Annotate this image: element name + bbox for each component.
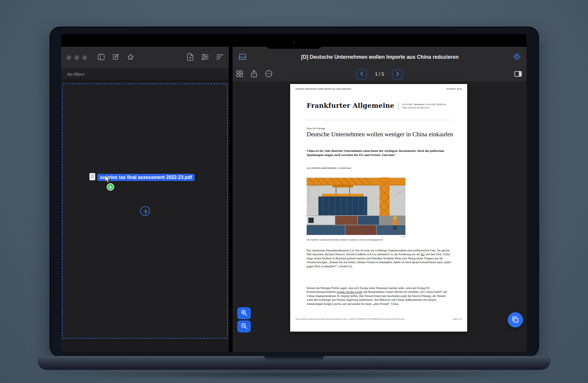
laptop-screen: No filters salaries tax final assessment… [61,34,527,352]
close-window-button[interactable] [66,55,71,60]
zoom-in-button[interactable] [237,307,251,319]
previous-page-icon [360,71,364,77]
zoom-out-button[interactable] [237,320,251,332]
pdf-file-icon [89,173,95,182]
article-date: 30.03.2022 - Aktualisiert: 31.03.2022, 0… [402,103,446,106]
article-photo [307,177,405,235]
container-port-illustration [307,177,405,235]
panel-divider [229,34,233,352]
settings-sync-button[interactable] [513,53,521,61]
next-page-button[interactable] [392,69,403,80]
page-indicator: 1 / 5 [373,72,386,77]
filter-sliders-icon [201,54,209,61]
masthead-rule [307,120,451,120]
viewer-toolbar: [D] Deutsche Unternehmen wollen Importe … [233,47,527,82]
add-file-button[interactable] [140,206,150,216]
masthead: Frankfurter Allgemeine 30.03.2022 - Aktu… [307,102,446,110]
sort-button[interactable] [216,54,223,61]
article-byline: Von HENDRIK ANKENBRAND, SCHANGHAI [307,167,351,169]
pdf-page[interactable]: Deutsche Unternehmen wollen Importe aus … [290,84,467,332]
laptop-frame: No filters salaries tax final assessment… [49,26,539,357]
desktop-background: No filters salaries tax final assessment… [0,0,588,383]
pdf-viewer-panel: [D] Deutsche Unternehmen wollen Importe … [233,47,527,352]
star-icon [127,53,134,61]
filters-bar: No filters [61,68,229,80]
article-paragraph-1: Die chinesische Fernsehmoderatorin Liu X… [307,248,451,268]
print-footer-url: https://www.faz.net/aktuell/wirtschaft/u… [295,318,405,320]
copy-pages-button[interactable] [508,312,523,327]
viewer-tools-group [236,67,273,81]
sort-lines-icon [216,54,223,61]
window-controls [66,55,87,60]
sidebar-toggle-icon [98,54,105,61]
favorites-button[interactable] [127,53,134,61]
zoom-window-button[interactable] [82,55,87,60]
zoom-controls [237,307,251,332]
masthead-divider [398,102,398,110]
archive-tray-button[interactable] [238,53,247,61]
share-icon [251,70,257,78]
zoom-out-icon [241,323,247,330]
article-kicker: Neue Ifo-Umfrage [307,127,325,130]
thumbnails-grid-icon [236,70,243,78]
right-sidebar-toggle-icon [514,71,522,78]
newspaper-logo: Frankfurter Allgemeine [307,102,394,109]
article-meta: 30.03.2022 - Aktualisiert: 31.03.2022, 0… [402,102,446,109]
right-sidebar-toggle-button[interactable] [514,71,522,78]
laptop-shadow [74,369,514,379]
add-document-icon [187,53,193,62]
pointer-cursor-icon [104,175,111,185]
article-paragraph-2: Kenner der Pekinger Politik sagen, dass … [307,286,451,306]
photo-credit: © dpa [307,236,405,238]
article-lede: China ist für viele deutsche Unternehmen… [307,149,448,157]
zoom-in-icon [241,310,247,317]
page-navigation: 1 / 5 [356,69,403,80]
share-button[interactable] [251,70,257,78]
file-browser-panel: No filters salaries tax final assessment… [61,47,229,352]
camera-notch [266,34,322,49]
thumbnails-button[interactable] [236,70,243,78]
left-toolbar [61,47,229,68]
add-document-button[interactable] [187,53,193,62]
inline-link-leyen[interactable]: Ursula von der Leyen [337,290,362,293]
more-ellipsis-icon [265,70,273,78]
left-toolbar-group-main [98,53,134,61]
next-page-icon [396,71,400,77]
sidebar-toggle-button[interactable] [98,54,105,61]
print-header: Deutsche Unternehmen wollen Importe aus … [295,88,462,90]
copy-pages-icon [512,316,519,324]
inline-link-eu[interactable]: EU [421,253,425,256]
webcam-icon [293,41,295,43]
article-short-url[interactable]: https://www.faz.net/-gqi-ao4zz [402,106,446,109]
document-viewer: Deutsche Unternehmen wollen Importe aus … [233,81,527,352]
print-footer: https://www.faz.net/aktuell/wirtschaft/u… [295,318,462,320]
print-header-date: 31/3/2022, 16:16 [446,88,462,90]
viewer-controls-row: 1 / 5 [233,67,527,81]
filter-button[interactable] [201,54,209,61]
previous-page-button[interactable] [356,69,367,80]
photo-caption: Viel Fallhöhe: Chinesische Arbeiter verl… [307,239,438,241]
sync-settings-icon [513,53,521,61]
dragged-file-name: salaries tax final assessment 2022-23.pd… [97,174,195,181]
laptop-base [38,356,550,370]
document-title: [D] Deutsche Unternehmen wollen Importe … [251,54,508,60]
print-header-title: Deutsche Unternehmen wollen Importe aus … [295,88,351,90]
laptop-base-notch [264,356,324,361]
compose-button[interactable] [112,53,119,61]
filters-status-label: No filters [67,72,84,77]
article-headline: Deutsche Unternehmen wollen weniger in C… [307,130,454,138]
compose-icon [112,53,119,61]
print-footer-page: Page 1 of 5 [453,318,462,320]
left-toolbar-group-right [187,53,223,62]
file-list-area: salaries tax final assessment 2022-23.pd… [61,80,229,352]
archive-tray-icon [238,53,247,61]
viewer-title-row: [D] Deutsche Unternehmen wollen Importe … [233,47,527,67]
minimize-window-button[interactable] [74,55,79,60]
right-sidebar-group [514,71,522,78]
more-options-button[interactable] [265,70,273,78]
